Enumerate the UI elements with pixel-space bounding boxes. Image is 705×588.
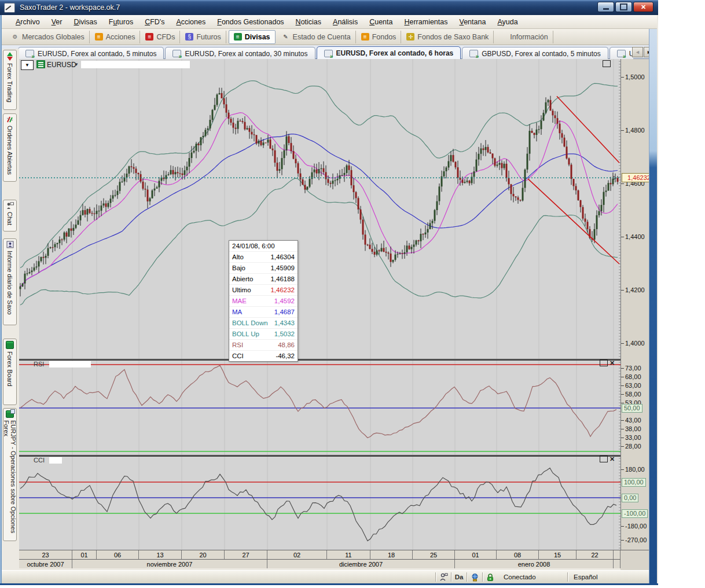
rsi-tick: 73,00 bbox=[625, 365, 641, 372]
menu-fondos-gestionados[interactable]: Fondos Gestionados bbox=[211, 16, 289, 28]
rsi-tick: 63,00 bbox=[625, 382, 641, 389]
rsi-tick: 33,00 bbox=[625, 434, 641, 441]
maximize-icon bbox=[620, 3, 627, 10]
none bbox=[499, 33, 507, 41]
menu-ver[interactable]: Ver bbox=[46, 16, 68, 28]
daily-report-icon bbox=[6, 241, 14, 248]
menu-ayuda[interactable]: Ayuda bbox=[491, 16, 523, 28]
tooltip-row-value: 1,45909 bbox=[270, 264, 295, 271]
tab-usdjpy[interactable]: USDJPY, Fore bbox=[609, 47, 633, 59]
divisas-instrument-icon bbox=[36, 60, 45, 68]
restore-rsi-button[interactable] bbox=[600, 359, 608, 366]
date-axis-corner bbox=[620, 550, 649, 570]
sidebar-forex-trading[interactable]: Forex Trading bbox=[3, 50, 17, 110]
menu-cuenta[interactable]: Cuenta bbox=[363, 16, 398, 28]
tab-eurusd-30min[interactable]: EURUSD, Forex al contado, 30 minutos bbox=[165, 47, 315, 59]
minimize-icon bbox=[603, 8, 609, 10]
tab-scroll-left-button[interactable]: ◄ bbox=[632, 47, 643, 57]
price-chart[interactable] bbox=[19, 59, 620, 359]
restore-cci-button[interactable] bbox=[600, 455, 608, 462]
date-axis-days: 2301061320270211182501081522 bbox=[19, 550, 620, 559]
open-orders-icon bbox=[6, 116, 14, 123]
menu-archivo[interactable]: Archivo bbox=[10, 16, 46, 28]
chart-dropdown-button[interactable]: ▼ bbox=[21, 60, 34, 70]
toolbar-estado-de-cuenta[interactable]: ✎ Estado de Cuenta bbox=[277, 31, 356, 43]
tooltip-row: MAE 1,4592 bbox=[229, 295, 298, 306]
sidebar-chat[interactable]: Chat bbox=[3, 200, 17, 231]
title-bar[interactable]: SaxoTrader 2 - workspace.ok.7 ✕ bbox=[0, 0, 658, 15]
price-tick: 1,4000 bbox=[625, 340, 645, 347]
sidebar-forex-board[interactable]: Forex Board bbox=[3, 339, 17, 405]
rsi-panel-divider[interactable] bbox=[19, 359, 649, 360]
toolbar-fondos[interactable]: ≡ Fondos bbox=[357, 31, 402, 43]
menu-divisas[interactable]: Divisas bbox=[68, 16, 102, 28]
day-cell bbox=[614, 550, 620, 559]
tooltip-row-label: MAE bbox=[232, 297, 247, 304]
tab-eurusd-5min[interactable]: EURUSD, Forex al contado, 5 minutos bbox=[18, 47, 164, 59]
tooltip-row-label: CCI bbox=[232, 352, 244, 359]
rsi-panel-controls: ✕ bbox=[600, 359, 615, 366]
chart-document-icon bbox=[172, 50, 181, 57]
rsi-input[interactable] bbox=[49, 361, 91, 368]
person-status-icon bbox=[436, 573, 451, 581]
cci-chart[interactable] bbox=[19, 456, 620, 550]
sidebar-informe-diario[interactable]: Informe diario de Saxo bbox=[3, 238, 17, 325]
cci-panel-divider[interactable] bbox=[19, 455, 649, 456]
day-cell: 11 bbox=[327, 550, 370, 559]
menu-acciones[interactable]: Acciones bbox=[171, 16, 212, 28]
menu-futuros[interactable]: Futuros bbox=[103, 16, 139, 28]
sidebar-ordenes-abiertas[interactable]: Ordenes Abiertas bbox=[3, 113, 17, 182]
restore-chart-button[interactable] bbox=[603, 60, 611, 67]
day-cell: 13 bbox=[139, 550, 182, 559]
tooltip-row: Alto 1,46304 bbox=[229, 251, 298, 262]
day-cell: 01 bbox=[72, 550, 97, 559]
tooltip-row-value: 48,86 bbox=[278, 341, 295, 348]
menu-noticias[interactable]: Noticias bbox=[290, 16, 327, 28]
instrument-label[interactable]: EURUSD bbox=[47, 61, 76, 69]
rsi-chart[interactable] bbox=[19, 360, 620, 455]
day-cell: 15 bbox=[539, 550, 577, 559]
symbol-input[interactable] bbox=[81, 61, 190, 68]
chart-plot[interactable] bbox=[19, 59, 620, 550]
toolbar-cfds[interactable]: ≡ CFDs bbox=[141, 31, 180, 43]
close-button[interactable]: ✕ bbox=[633, 2, 653, 12]
toolbar-futuros[interactable]: § Futuros bbox=[181, 31, 226, 43]
month-cell: enero 2008 bbox=[455, 560, 614, 568]
tooltip-row: BOLL Down 1,4343 bbox=[229, 317, 298, 328]
toolbar-mercados-globales[interactable]: ⚙ Mercados Globales bbox=[6, 31, 90, 43]
toolbar-button-label: CFDs bbox=[156, 33, 175, 41]
close-cci-button[interactable]: ✕ bbox=[609, 456, 615, 462]
tooltip-row-label: RSI bbox=[232, 341, 243, 348]
doc-icon: ≡ bbox=[361, 33, 369, 41]
month-cell bbox=[614, 560, 620, 568]
minimize-button[interactable] bbox=[597, 2, 614, 12]
menu-ventana[interactable]: Ventana bbox=[454, 16, 492, 28]
toolbar-button-label: Fondos de Saxo Bank bbox=[417, 33, 489, 41]
value-axis: 1,50001,48001,46001,44001,42001,400073,0… bbox=[620, 59, 649, 550]
cci-input[interactable] bbox=[49, 457, 62, 464]
day-cell: 02 bbox=[267, 550, 327, 559]
tooltip-row-value: 1,4343 bbox=[274, 319, 295, 326]
tooltip-row: BOLL Up 1,5032 bbox=[229, 328, 298, 339]
toolbar-fondos-saxo-bank[interactable]: ✛ Fondos de Saxo Bank bbox=[402, 31, 494, 43]
toolbar-button-label: Acciones bbox=[106, 33, 135, 41]
toolbar-divisas[interactable]: ≡ Divisas bbox=[229, 30, 276, 44]
toolbar-informacion[interactable]: Información bbox=[494, 31, 553, 43]
window-title: SaxoTrader 2 - workspace.ok.7 bbox=[20, 3, 120, 12]
chart-document-icon bbox=[617, 50, 626, 57]
tooltip-row-label: BOLL Up bbox=[232, 330, 259, 337]
maximize-button[interactable] bbox=[615, 2, 632, 12]
tab-gbpusd-5min[interactable]: GBPUSD, Forex al contado, 5 minutos bbox=[462, 47, 608, 59]
menu-herramientas[interactable]: Herramientas bbox=[398, 16, 453, 28]
cci-tick: 180,00 bbox=[625, 466, 645, 473]
menu-cfds[interactable]: CFD's bbox=[139, 16, 170, 28]
chart-document-icon bbox=[25, 50, 34, 57]
close-rsi-button[interactable]: ✕ bbox=[609, 360, 615, 366]
sidebar-eurjpy-opciones[interactable]: EURJPY - Operaciones sobre Opciones Fore… bbox=[3, 408, 17, 541]
vertical-scrollbar[interactable] bbox=[649, 29, 657, 583]
cci-level-badge: -100,00 bbox=[622, 509, 648, 518]
tab-eurusd-6h[interactable]: EURUSD, Forex al contado, 6 horas bbox=[317, 46, 461, 59]
menu-analisis[interactable]: Análisis bbox=[327, 16, 363, 28]
tab-label: GBPUSD, Forex al contado, 5 minutos bbox=[482, 50, 600, 58]
toolbar-acciones[interactable]: ≡ Acciones bbox=[90, 31, 141, 43]
